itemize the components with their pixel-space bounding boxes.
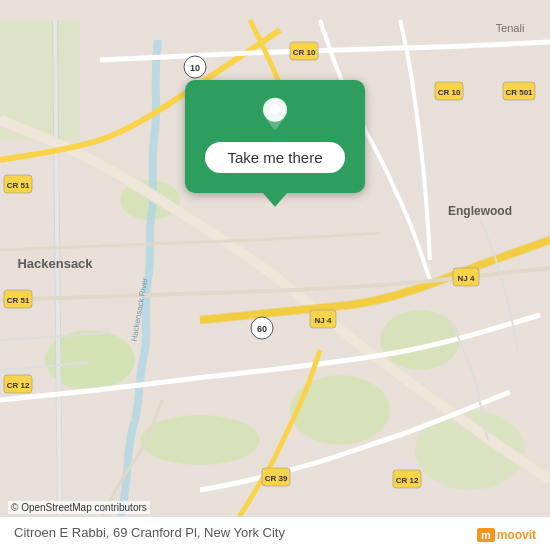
map-container: CR 51 CR 51 CR 10 CR 10 CR 501 NJ 4 NJ 4… [0,0,550,550]
location-pin-icon [257,96,293,132]
svg-text:CR 10: CR 10 [293,48,316,57]
osm-credit: © OpenStreetMap contributors [8,501,150,514]
svg-text:Englewood: Englewood [448,204,512,218]
location-address: Citroen E Rabbi, 69 Cranford Pl, New Yor… [14,525,285,540]
svg-text:Tenali: Tenali [496,22,525,34]
svg-text:60: 60 [257,324,267,334]
svg-text:CR 39: CR 39 [265,474,288,483]
moovit-logo-text: moovit [497,528,536,542]
svg-text:CR 12: CR 12 [7,381,30,390]
popup-card: Take me there [185,80,365,193]
svg-point-3 [290,375,390,445]
osm-credit-text: © OpenStreetMap contributors [11,502,147,513]
svg-text:10: 10 [190,63,200,73]
bottom-bar: Citroen E Rabbi, 69 Cranford Pl, New Yor… [0,516,550,550]
moovit-logo-letter: m [477,528,495,542]
svg-point-2 [140,415,260,465]
svg-text:CR 501: CR 501 [505,88,533,97]
svg-text:CR 51: CR 51 [7,181,30,190]
take-me-there-button[interactable]: Take me there [205,142,344,173]
svg-text:NJ 4: NJ 4 [458,274,475,283]
svg-text:NJ 4: NJ 4 [315,316,332,325]
moovit-logo: m moovit [477,528,536,542]
svg-text:CR 12: CR 12 [396,476,419,485]
svg-point-37 [270,104,280,114]
svg-text:CR 51: CR 51 [7,296,30,305]
svg-text:Hackensack: Hackensack [17,256,93,271]
svg-text:CR 10: CR 10 [438,88,461,97]
